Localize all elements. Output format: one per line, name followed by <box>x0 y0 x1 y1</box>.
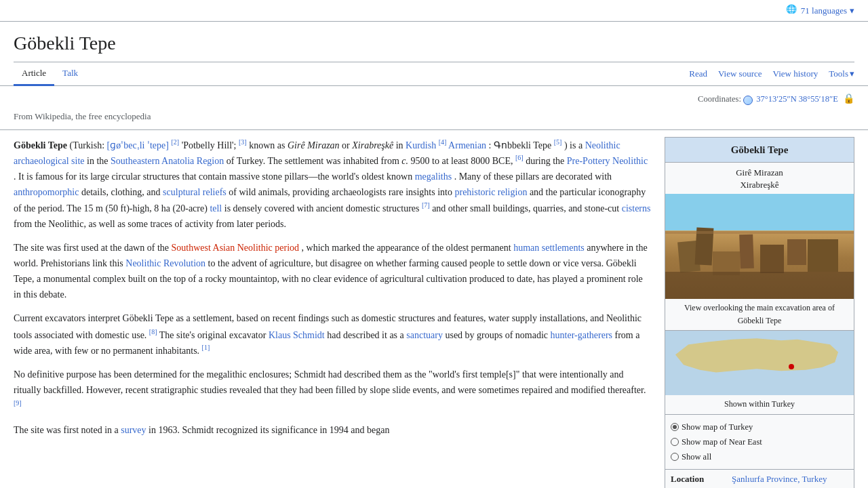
link-pre-pottery[interactable]: Pre-Pottery Neolithic <box>567 156 648 166</box>
link-kurdish[interactable]: Kurdish <box>406 140 436 150</box>
paragraph-4: No definitive purpose has been determine… <box>14 367 651 414</box>
lang-chevron: ▾ <box>850 4 854 18</box>
coord-link[interactable]: 37°13′25″N 38°55′18″E <box>756 94 838 104</box>
infobox-val-location: Şanlıurfa Province, Turkey <box>726 470 854 488</box>
link-neolithic-revolution[interactable]: Neolithic Revolution <box>125 258 205 268</box>
ref-3[interactable]: [3] <box>239 138 247 146</box>
link-tell[interactable]: tell <box>210 203 222 214</box>
link-turkish-pronunciation[interactable]: [ɡøˈbecˌli ˈtepe] <box>107 140 169 150</box>
top-bar: 🌐 71 languages ▾ <box>0 0 868 22</box>
radio-all[interactable] <box>671 453 679 461</box>
paragraph-3: Current excavators interpret Göbekli Tep… <box>14 310 651 359</box>
coord-label: Coordinates: <box>698 94 743 104</box>
tab-view-history[interactable]: View history <box>773 67 818 81</box>
radio-near-east[interactable] <box>671 438 679 446</box>
link-armenian[interactable]: Armenian <box>448 140 486 150</box>
tools-menu[interactable]: Tools ▾ <box>829 67 854 81</box>
ref-1[interactable]: [1] <box>202 344 210 351</box>
radio-row-all[interactable]: Show all <box>671 450 848 464</box>
article-bold-title: Göbekli Tepe <box>14 140 67 150</box>
ref-2[interactable]: [2] <box>171 138 179 146</box>
link-prehistoric-religion[interactable]: prehistoric religion <box>454 187 527 197</box>
ref-8[interactable]: [8] <box>149 328 157 336</box>
paragraph-5: The site was first noted in a survey in … <box>14 422 651 438</box>
ref-5[interactable]: [5] <box>554 138 562 146</box>
language-selector[interactable]: 🌐 71 languages ▾ <box>786 4 854 18</box>
infobox-table: Location Şanlıurfa Province, Turkey Regi… <box>665 470 854 488</box>
radio-row-turkey[interactable]: Show map of Turkey <box>671 420 848 434</box>
radio-near-east-label: Show map of Near East <box>682 435 762 449</box>
link-sw-asian-neolithic[interactable]: Southwest Asian Neolithic period <box>172 243 300 253</box>
lock-icon: 🔒 <box>843 94 854 104</box>
link-cisterns[interactable]: cisterns <box>622 203 651 214</box>
paragraph-1: Göbekli Tepe (Turkish: [ɡøˈbecˌli ˈtepe]… <box>14 137 651 232</box>
page-title: Göbekli Tepe <box>14 28 854 62</box>
lang-count: 71 languages <box>801 4 847 18</box>
infobox-title: Göbekli Tepe <box>665 138 854 163</box>
article-text: Göbekli Tepe (Turkish: [ɡøˈbecˌli ˈtepe]… <box>14 137 651 488</box>
paragraph-2: The site was first used at the dawn of t… <box>14 240 651 302</box>
ref-4[interactable]: [4] <box>439 138 447 146</box>
tab-read[interactable]: Read <box>689 67 707 81</box>
tab-view-source[interactable]: View source <box>718 67 762 81</box>
radio-turkey[interactable] <box>671 423 679 431</box>
right-tabs: Read View source View history Tools ▾ <box>689 67 854 81</box>
tab-navigation: Article Talk Read View source View histo… <box>0 62 868 87</box>
svg-text:🌐: 🌐 <box>786 4 797 14</box>
tools-label: Tools <box>829 67 848 81</box>
ref-6[interactable]: [6] <box>515 154 524 161</box>
link-megaliths[interactable]: megaliths <box>415 171 452 182</box>
coordinates-bar: Coordinates: 37°13′25″N 38°55′18″E 🔒 <box>0 90 868 109</box>
ref-9[interactable]: [9] <box>14 399 22 407</box>
link-hunter-gatherers[interactable]: hunter-gatherers <box>551 329 612 340</box>
infobox-alt-name-2: Xirabreşkê <box>740 180 778 190</box>
radio-turkey-label: Show map of Turkey <box>682 420 753 434</box>
infobox-alt-names: Girê Mirazan Xirabreşkê <box>665 163 854 194</box>
link-human-settlements[interactable]: human settlements <box>513 243 585 253</box>
infobox-image <box>665 194 854 299</box>
infobox-map-caption: Shown within Turkey <box>665 395 854 414</box>
link-klaus-schmidt[interactable]: Klaus Schmidt <box>269 329 325 340</box>
globe-icon <box>743 96 753 105</box>
link-survey[interactable]: survey <box>121 425 146 435</box>
tab-talk[interactable]: Talk <box>54 62 86 87</box>
infobox-radio-section: Show map of Turkey Show map of Near East… <box>665 415 854 470</box>
infobox-image-caption: View overlooking the main excavation are… <box>665 299 854 331</box>
infobox: Göbekli Tepe Girê Mirazan Xirabreşkê Vie… <box>665 137 854 488</box>
link-southeast-anatolia[interactable]: Southeastern Anatolia Region <box>111 156 224 166</box>
left-tabs: Article Talk <box>14 62 689 86</box>
translate-icon: 🌐 <box>786 4 798 18</box>
radio-all-label: Show all <box>682 450 711 464</box>
subtitle: From Wikipedia, the free encyclopedia <box>0 110 868 130</box>
infobox-alt-name-1: Girê Mirazan <box>736 167 783 178</box>
map-marker <box>789 364 794 369</box>
link-sculptural-reliefs[interactable]: sculptural reliefs <box>163 187 226 197</box>
infobox-map <box>665 331 854 395</box>
ref-7[interactable]: [7] <box>422 201 430 209</box>
infobox-key-location: Location <box>665 470 726 488</box>
page-header: Göbekli Tepe <box>0 22 868 62</box>
radio-row-near-east[interactable]: Show map of Near East <box>671 435 848 449</box>
tab-article[interactable]: Article <box>14 62 54 87</box>
tools-chevron: ▾ <box>850 67 854 81</box>
link-sanctuary[interactable]: sanctuary <box>406 329 443 340</box>
infobox-row-location: Location Şanlıurfa Province, Turkey <box>665 470 854 488</box>
link-anthropomorphic[interactable]: anthropomorphic <box>14 187 79 197</box>
link-sanliurfa[interactable]: Şanlıurfa Province <box>732 474 797 484</box>
main-content: Göbekli Tepe (Turkish: [ɡøˈbecˌli ˈtepe]… <box>0 137 868 488</box>
